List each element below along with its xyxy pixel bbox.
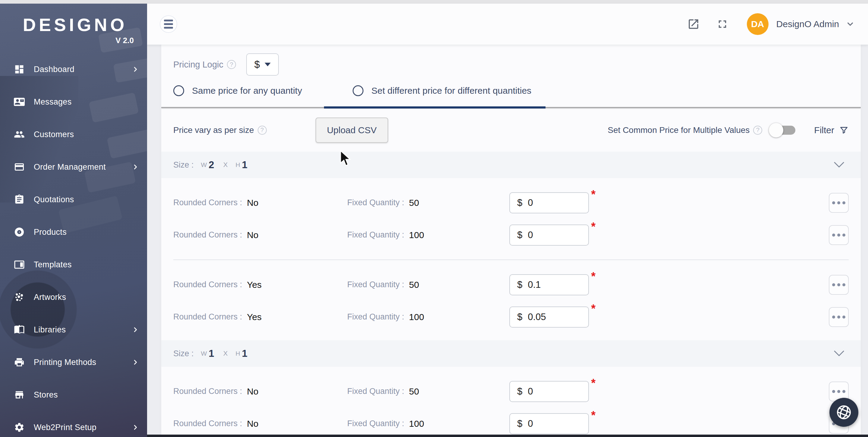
chevron-down-icon[interactable] bbox=[846, 20, 855, 29]
sidebar-item-label: Libraries bbox=[34, 325, 66, 335]
sidebar-item-artworks[interactable]: Artworks bbox=[0, 281, 147, 313]
pricing-mode-tabs: Same price for any quantity Set differen… bbox=[161, 77, 861, 108]
sidebar-item-templates[interactable]: Templates bbox=[0, 248, 147, 281]
sidebar-item-products[interactable]: Products bbox=[0, 216, 147, 248]
fixed-quantity-label: Fixed Quantity : bbox=[347, 387, 404, 396]
radio-label: Same price for any quantity bbox=[192, 86, 302, 96]
row-actions-button[interactable] bbox=[829, 275, 849, 295]
common-price-toggle[interactable] bbox=[771, 126, 795, 135]
rounded-corners-label: Rounded Corners : bbox=[173, 280, 242, 289]
help-icon[interactable]: ? bbox=[753, 126, 762, 135]
fixed-quantity-value: 100 bbox=[409, 230, 424, 240]
required-asterisk: * bbox=[591, 377, 595, 390]
price-rows-group: Rounded Corners : Yes Fixed Quantity : 5… bbox=[161, 260, 861, 333]
brand-logo: DESIGNO bbox=[12, 14, 138, 35]
rounded-corners-label: Rounded Corners : bbox=[173, 198, 242, 207]
printing-methods-icon bbox=[14, 357, 25, 368]
currency-dropdown[interactable]: $ bbox=[246, 53, 279, 76]
fixed-quantity-value: 100 bbox=[409, 418, 424, 429]
active-tab-indicator bbox=[324, 106, 546, 108]
chevron-right-icon bbox=[132, 359, 138, 366]
topbar: DA DesignO Admin bbox=[147, 4, 868, 44]
hamburger-menu-button[interactable] bbox=[160, 15, 177, 33]
x-separator: X bbox=[223, 350, 228, 357]
radio-same-price[interactable]: Same price for any quantity bbox=[173, 85, 302, 96]
rounded-corners-value: Yes bbox=[247, 312, 261, 322]
radio-circle-icon[interactable] bbox=[173, 85, 184, 96]
sidebar: DESIGNO V 2.0 Dashboard Messages bbox=[0, 4, 147, 437]
help-icon[interactable]: ? bbox=[258, 126, 267, 135]
price-row: Rounded Corners : Yes Fixed Quantity : 5… bbox=[161, 269, 861, 301]
width-value: 1 bbox=[209, 348, 214, 359]
chevron-right-icon bbox=[132, 164, 138, 170]
price-vary-toggle[interactable] bbox=[276, 126, 300, 135]
required-asterisk: * bbox=[591, 270, 595, 283]
size-section-header[interactable]: Size : W 1 X H 1 bbox=[161, 340, 861, 367]
price-input[interactable] bbox=[528, 418, 583, 429]
sidebar-item-printing-methods[interactable]: Printing Methods bbox=[0, 346, 147, 378]
size-label: Size : bbox=[173, 160, 194, 170]
radio-different-price[interactable]: Set different price for different quanti… bbox=[352, 85, 531, 96]
sidebar-item-label: Order Management bbox=[34, 162, 106, 172]
price-input[interactable] bbox=[528, 279, 583, 290]
sidebar-item-order-management[interactable]: Order Management bbox=[0, 151, 147, 183]
currency-prefix: $ bbox=[517, 418, 522, 429]
price-rows-group: Rounded Corners : No Fixed Quantity : 50… bbox=[161, 367, 861, 437]
sidebar-item-quotations[interactable]: Quotations bbox=[0, 183, 147, 216]
sidebar-item-label: Web2Print Setup bbox=[34, 423, 96, 432]
required-asterisk: * bbox=[591, 220, 595, 233]
price-row: Rounded Corners : No Fixed Quantity : 10… bbox=[161, 407, 861, 437]
rounded-corners-value: No bbox=[247, 230, 258, 240]
radio-circle-icon[interactable] bbox=[352, 85, 364, 96]
chevron-right-icon bbox=[132, 326, 138, 333]
pricing-logic-row: Pricing Logic ? $ bbox=[161, 44, 861, 77]
price-input[interactable] bbox=[528, 312, 583, 322]
toggle-knob bbox=[769, 123, 783, 137]
currency-prefix: $ bbox=[517, 386, 522, 397]
order-management-icon bbox=[14, 161, 25, 173]
rounded-corners-label: Rounded Corners : bbox=[173, 312, 242, 321]
row-actions-button[interactable] bbox=[829, 225, 849, 245]
price-input[interactable] bbox=[528, 230, 583, 241]
radio-label: Set different price for different quanti… bbox=[371, 86, 531, 96]
dropdown-arrow-icon bbox=[265, 63, 271, 66]
filter-button[interactable]: Filter bbox=[814, 125, 849, 135]
libraries-icon bbox=[14, 324, 25, 335]
user-avatar[interactable]: DA bbox=[747, 13, 769, 35]
chevron-right-icon bbox=[132, 66, 138, 73]
price-row: Rounded Corners : Yes Fixed Quantity : 1… bbox=[161, 301, 861, 333]
fixed-quantity-label: Fixed Quantity : bbox=[347, 198, 404, 207]
bottom-edge-bar bbox=[147, 435, 868, 437]
fixed-quantity-value: 50 bbox=[409, 386, 419, 397]
price-rows-group: Rounded Corners : No Fixed Quantity : 50… bbox=[161, 178, 861, 251]
common-price-label: Set Common Price for Multiple Values bbox=[608, 125, 749, 135]
chevron-down-icon[interactable] bbox=[834, 350, 844, 357]
sidebar-item-label: Messages bbox=[34, 97, 71, 107]
sidebar-item-customers[interactable]: Customers bbox=[0, 118, 147, 151]
x-separator: X bbox=[223, 161, 228, 169]
row-actions-button[interactable] bbox=[829, 307, 849, 327]
required-asterisk: * bbox=[591, 188, 595, 201]
price-input[interactable] bbox=[528, 386, 583, 397]
sidebar-item-messages[interactable]: Messages bbox=[0, 86, 147, 118]
language-globe-button[interactable] bbox=[830, 398, 858, 427]
messages-icon bbox=[14, 96, 25, 107]
sidebar-item-web2print-setup[interactable]: Web2Print Setup bbox=[0, 411, 147, 437]
height-letter: H bbox=[236, 161, 240, 168]
web2print-setup-icon bbox=[14, 422, 25, 433]
open-in-new-icon[interactable] bbox=[687, 18, 700, 30]
upload-csv-button[interactable]: Upload CSV bbox=[315, 118, 388, 143]
size-section-header[interactable]: Size : W 2 X H 1 bbox=[161, 152, 861, 178]
help-icon[interactable]: ? bbox=[227, 60, 236, 69]
browser-chrome-strip bbox=[0, 0, 868, 4]
sidebar-item-stores[interactable]: Stores bbox=[0, 378, 147, 411]
brand-version: V 2.0 bbox=[12, 36, 134, 45]
user-name[interactable]: DesignO Admin bbox=[776, 19, 839, 29]
fullscreen-icon[interactable] bbox=[716, 18, 729, 30]
sidebar-item-dashboard[interactable]: Dashboard bbox=[0, 53, 147, 86]
chevron-down-icon[interactable] bbox=[834, 161, 844, 168]
templates-icon bbox=[14, 259, 25, 270]
row-actions-button[interactable] bbox=[829, 193, 849, 213]
price-input[interactable] bbox=[528, 197, 583, 208]
sidebar-item-libraries[interactable]: Libraries bbox=[0, 313, 147, 346]
